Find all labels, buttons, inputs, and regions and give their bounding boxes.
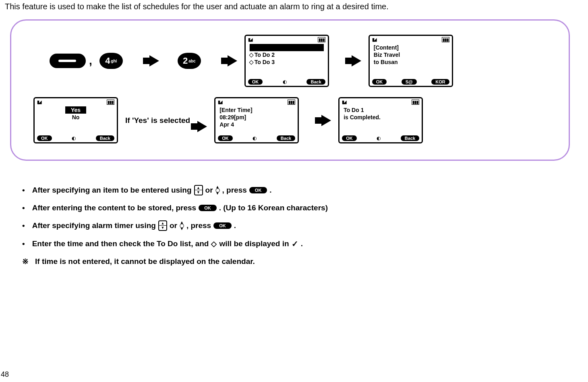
instruction-item: Enter the time and then check the To Do …: [22, 239, 588, 249]
instruction-list: After specifying an item to be entered u…: [22, 185, 588, 249]
signal-icon: [372, 37, 375, 42]
arrow-icon: [321, 115, 331, 126]
flow-row-2: Yes No OK ◐ Back If 'Yes' is selected [E…: [33, 97, 545, 143]
softkey-ok: OK: [248, 79, 263, 85]
ok-pill-icon: OK: [199, 205, 217, 211]
signal-icon: [218, 99, 221, 105]
screen-content: [Content] Biz Travel to Busan OK S@ KOR: [369, 35, 453, 87]
updown-icon: ▲◯▼: [180, 221, 184, 230]
softkey-back: Back: [277, 135, 295, 141]
signal-icon: [342, 99, 345, 105]
diamond-icon: ◇: [211, 239, 217, 248]
check-icon: ✓: [292, 239, 298, 249]
instruction-item: After specifying alarm timer using ▲▼ or…: [22, 220, 588, 231]
softkey-ok: OK: [218, 135, 233, 141]
content-header: [Content]: [374, 44, 448, 51]
instruction-item: After entering the content to be stored,…: [22, 203, 588, 212]
ok-pill-icon: OK: [213, 222, 232, 229]
nav-icon: ◐: [72, 135, 76, 141]
comma-separator: ,: [89, 54, 92, 67]
footnote: If time is not entered, it cannot be dis…: [22, 257, 588, 266]
content-line: Biz Travel: [374, 51, 448, 58]
battery-icon: [442, 37, 449, 42]
instruction-item: After specifying an item to be entered u…: [22, 185, 588, 195]
softkey-mode: S@: [402, 79, 417, 85]
ok-pill-icon: OK: [249, 187, 267, 193]
softkey-back: Back: [306, 79, 325, 85]
menu-key-icon: [50, 54, 86, 68]
todo-item: To Do 2: [250, 51, 324, 58]
option-yes-selected: Yes: [65, 106, 86, 114]
arrow-icon: [228, 55, 237, 66]
keypad-2-button: 2abc: [178, 53, 201, 69]
softkey-ok: OK: [342, 135, 357, 141]
rocker-icon: ▲▼: [194, 185, 203, 195]
arrow-icon: [197, 121, 207, 132]
todo-item-selected: █████: [250, 44, 324, 51]
flow-row-1: , 4ghi 2abc █████ To Do 2 To Do 3 OK ◐ B…: [50, 35, 545, 87]
nav-icon: ◐: [283, 79, 287, 85]
time-header: [Enter Time]: [219, 106, 294, 114]
softkey-lang: KOR: [431, 79, 449, 85]
nav-icon: ◐: [253, 135, 257, 141]
softkey-back: Back: [401, 135, 419, 141]
signal-icon: [248, 37, 251, 42]
signal-icon: [37, 99, 40, 105]
arrow-icon: [352, 55, 361, 66]
todo-item: To Do 3: [250, 58, 324, 66]
softkey-back: Back: [96, 135, 114, 141]
time-value: 08:29[pm]: [219, 114, 294, 121]
softkey-ok: OK: [372, 79, 387, 85]
arrow-icon: [149, 55, 159, 66]
screen-completed: To Do 1 is Completed. OK ◐ Back: [338, 97, 423, 143]
intro-text: This feature is used to make the list of…: [0, 0, 588, 15]
content-line: to Busan: [374, 58, 448, 66]
completed-line: is Completed.: [344, 114, 418, 121]
annotation-yes-selected: If 'Yes' is selected: [125, 116, 190, 125]
screen-yesno: Yes No OK ◐ Back: [33, 97, 118, 143]
screen-enter-time: [Enter Time] 08:29[pm] Apr 4 OK ◐ Back: [214, 97, 299, 143]
page-number: 48: [1, 370, 9, 379]
keypad-4-button: 4ghi: [99, 53, 123, 69]
updown-icon: ▲◯▼: [215, 185, 220, 195]
battery-icon: [318, 37, 325, 42]
flow-diagram-panel: , 4ghi 2abc █████ To Do 2 To Do 3 OK ◐ B…: [10, 19, 570, 161]
date-value: Apr 4: [219, 121, 294, 128]
softkey-ok: OK: [37, 135, 52, 141]
screen-todo-list: █████ To Do 2 To Do 3 OK ◐ Back: [244, 35, 329, 87]
battery-icon: [107, 99, 114, 105]
battery-icon: [412, 99, 419, 105]
nav-icon: ◐: [377, 135, 381, 141]
rocker-icon: ▲▼: [158, 220, 167, 231]
completed-line: To Do 1: [344, 106, 418, 114]
option-no: No: [39, 114, 113, 121]
battery-icon: [288, 99, 295, 105]
